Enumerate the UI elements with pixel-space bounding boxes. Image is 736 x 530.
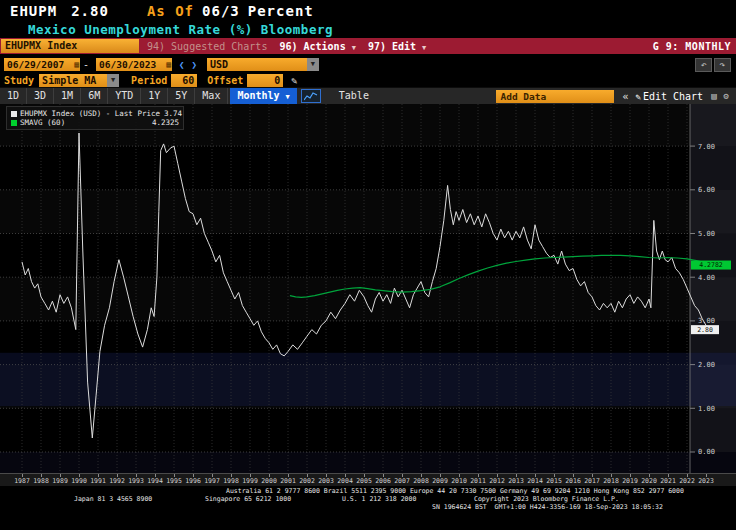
edit-study-pencil-icon[interactable]: ✎ [291, 75, 297, 86]
legend-value-price: 3.74 [164, 109, 182, 118]
footer-japan: Japan 81 3 4565 8900 [74, 495, 152, 503]
security-header: EHUPM2.80As Of06/3Percent [0, 0, 736, 22]
period-label: Period [131, 75, 167, 86]
as-of-label: As Of [147, 3, 194, 19]
chart-tab-bar: 1D3D1M6MYTD1Y5YMax Monthly ▼ Table Add D… [0, 87, 736, 104]
tab-table[interactable]: Table [331, 88, 377, 104]
smavg-axis-tag-text: 4.2782 [699, 261, 723, 269]
bloomberg-terminal-window: EHUPM2.80As Of06/3Percent Mexico Unemplo… [0, 0, 736, 530]
security-description: Mexico Unemployment Rate (%) Bloomberg [0, 22, 736, 38]
menu-edit[interactable]: 97) Edit ▼ [368, 41, 426, 52]
x-axis-strip: 1987198819891990199119921993199419951996… [0, 473, 736, 486]
as-of-date: 06/3 [202, 3, 240, 19]
menu-suggested-charts[interactable]: 94) Suggested Charts [147, 41, 267, 52]
legend-row-price[interactable]: EHUPMX Index (USD) - Last Price 3.74 [11, 109, 179, 118]
study-label: Study [4, 75, 34, 86]
chevron-down-icon: ▼ [352, 44, 356, 52]
last-price: 2.80 [71, 3, 109, 19]
background-band [0, 277, 736, 321]
function-bar: EHUPMX Index 94) Suggested Charts 96) Ac… [0, 38, 736, 54]
currency-select[interactable]: USD▼ [207, 58, 319, 71]
screen-id: G 9: MONTHLY [653, 41, 731, 52]
background-band-bottom [0, 452, 736, 473]
footer-session-info: SN 1964624 BST GMT+1:00 H424-3356-169 18… [432, 503, 663, 511]
date-from-input[interactable]: 06/29/2007▦ [4, 58, 80, 71]
collapse-panel-icon[interactable]: « [622, 91, 628, 102]
period-input[interactable]: 60 [171, 74, 197, 87]
y-axis-label: 4.00 [698, 274, 715, 282]
notes-icon[interactable]: ▤ [711, 91, 716, 101]
chevron-down-icon: ▼ [422, 44, 426, 52]
last-price-axis-tag-text: 2.80 [697, 326, 713, 334]
series-swatch-white [11, 111, 17, 117]
tab-5y[interactable]: 5Y [168, 88, 195, 104]
tab-1y[interactable]: 1Y [141, 88, 168, 104]
x-axis-label-2023: 2023 [695, 477, 717, 485]
prev-period-button[interactable]: ❮ [179, 60, 184, 70]
date-to-input[interactable]: 06/30/2023▦ [96, 58, 172, 71]
footer-singapore: Singapore 65 6212 1000 [205, 495, 291, 503]
chart-legend[interactable]: EHUPMX Index (USD) - Last Price 3.74 SMA… [6, 106, 184, 130]
calendar-icon[interactable]: ▦ [74, 58, 79, 71]
calendar-icon[interactable]: ▦ [166, 58, 171, 71]
tab-1m[interactable]: 1M [54, 88, 81, 104]
range-tabs: 1D3D1M6MYTD1Y5YMax [0, 88, 228, 104]
y-axis-label: 2.00 [698, 361, 715, 369]
chevron-down-icon[interactable]: ▼ [107, 74, 119, 87]
y-axis-label: 5.00 [698, 230, 715, 238]
tab-6m[interactable]: 6M [81, 88, 108, 104]
settings-gear-icon[interactable]: ⚙ [724, 91, 729, 101]
series-swatch-green [11, 120, 17, 126]
chevron-down-icon: ▼ [286, 93, 290, 101]
y-axis-label: 1.00 [698, 405, 715, 413]
undo-button[interactable]: ↶ [695, 58, 712, 72]
pencil-icon: ✎ [636, 92, 641, 102]
footer-us: U.S. 1 212 318 2000 [342, 495, 416, 503]
range-toolbar: 06/29/2007▦ - 06/30/2023▦ ❮ ❯ USD▼ ↶ ↷ [0, 56, 736, 73]
offset-label: Offset [207, 75, 243, 86]
menu-actions[interactable]: 96) Actions ▼ [279, 41, 355, 52]
tab-ytd[interactable]: YTD [108, 88, 141, 104]
chart-type-icon[interactable] [301, 89, 321, 103]
security-input[interactable]: EHUPMX Index [1, 39, 139, 53]
y-axis-label: 3.00 [698, 317, 715, 325]
frequency-select[interactable]: Monthly ▼ [230, 88, 296, 105]
footer-contacts-line1: Australia 61 2 9777 8600 Brazil 5511 239… [226, 487, 684, 495]
ticker: EHUPM [10, 3, 57, 19]
add-data-button[interactable]: Add Data [496, 90, 614, 103]
study-select[interactable]: Simple MA▼ [39, 74, 119, 87]
tab-max[interactable]: Max [195, 88, 228, 104]
footer: Australia 61 2 9777 8600 Brazil 5511 239… [0, 486, 736, 514]
undo-redo-group: ↶ ↷ [695, 58, 731, 72]
offset-input[interactable]: 0 [247, 74, 283, 87]
edit-chart-button[interactable]: ✎Edit Chart [636, 91, 704, 102]
chart-canvas[interactable]: 0.001.002.003.004.005.006.007.004.27822.… [0, 104, 736, 473]
tab-1d[interactable]: 1D [0, 88, 27, 104]
tab-3d[interactable]: 3D [27, 88, 54, 104]
redo-button[interactable]: ↷ [714, 58, 731, 72]
background-band [0, 190, 736, 234]
chevron-down-icon[interactable]: ▼ [307, 58, 319, 71]
y-axis-label: 0.00 [698, 448, 715, 456]
background-band-navy [0, 353, 736, 406]
price-unit: Percent [248, 3, 314, 19]
legend-value-smavg: 4.2325 [152, 118, 179, 127]
y-axis-label: 7.00 [698, 143, 715, 151]
y-axis-label: 6.00 [698, 186, 715, 194]
study-toolbar: Study Simple MA▼ Period 60 Offset 0 ✎ [0, 73, 736, 87]
next-period-button[interactable]: ❯ [191, 60, 196, 70]
legend-row-smavg[interactable]: SMAVG (60) 4.2325 [11, 118, 179, 127]
footer-copyright: Copyright 2023 Bloomberg Finance L.P. [474, 495, 619, 503]
chart-area[interactable]: 0.001.002.003.004.005.006.007.004.27822.… [0, 104, 736, 473]
